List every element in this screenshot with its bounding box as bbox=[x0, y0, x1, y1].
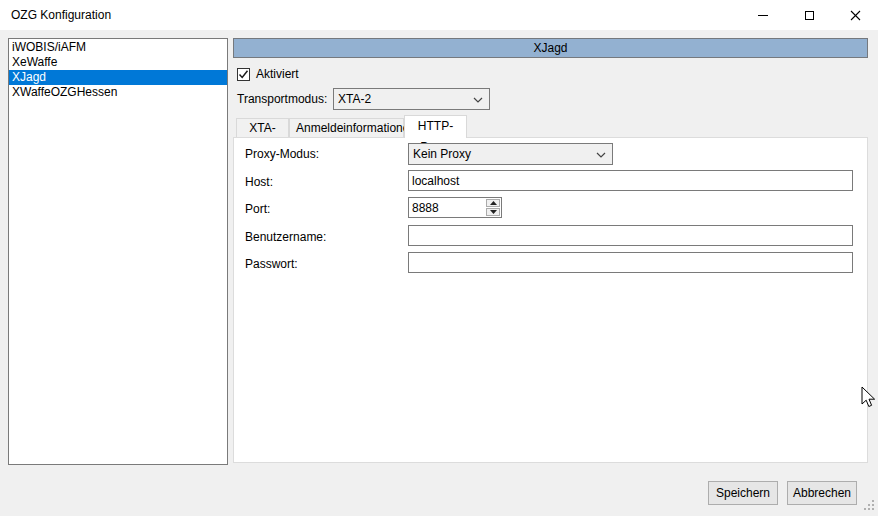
port-input[interactable] bbox=[409, 198, 485, 217]
host-input[interactable] bbox=[408, 170, 853, 191]
list-item-xwaffeozghessen[interactable]: XWaffeOZGHessen bbox=[9, 85, 227, 100]
aktiviert-row: Aktiviert bbox=[237, 67, 299, 81]
proxy-modus-label: Proxy-Modus: bbox=[245, 147, 319, 161]
passwort-input[interactable] bbox=[408, 252, 853, 273]
port-label: Port: bbox=[245, 202, 270, 216]
aktiviert-label: Aktiviert bbox=[256, 67, 299, 81]
title-bar: OZG Konfiguration bbox=[0, 0, 878, 30]
tab-xta-ws[interactable]: XTA-WS bbox=[236, 118, 289, 138]
resize-grip[interactable] bbox=[862, 498, 876, 512]
window-title: OZG Konfiguration bbox=[11, 0, 111, 30]
minimize-button[interactable] bbox=[740, 0, 786, 30]
spin-down-button[interactable] bbox=[486, 208, 500, 216]
close-icon bbox=[850, 10, 861, 21]
aktiviert-checkbox[interactable] bbox=[237, 68, 250, 81]
check-icon bbox=[238, 69, 249, 80]
ozg-konfiguration-window: { "window": { "title": "OZG Konfiguratio… bbox=[0, 0, 878, 516]
passwort-label: Passwort: bbox=[245, 257, 298, 271]
chevron-down-icon bbox=[473, 97, 483, 103]
benutzername-input[interactable] bbox=[408, 225, 853, 246]
spin-up-button[interactable] bbox=[486, 199, 500, 207]
port-spin-buttons bbox=[485, 198, 501, 217]
list-item-xewaffe[interactable]: XeWaffe bbox=[9, 55, 227, 70]
abbrechen-button[interactable]: Abbrechen bbox=[787, 481, 857, 505]
list-item-xjagd[interactable]: XJagd bbox=[9, 70, 227, 85]
proxy-modus-value: Kein Proxy bbox=[413, 147, 471, 161]
transportmodus-label: Transportmodus: bbox=[237, 92, 327, 106]
configuration-list: iWOBIS/iAFM XeWaffe XJagd XWaffeOZGHesse… bbox=[8, 38, 228, 465]
proxy-modus-combobox[interactable]: Kein Proxy bbox=[408, 143, 613, 165]
transportmodus-value: XTA-2 bbox=[338, 92, 371, 106]
tab-http-proxy[interactable]: HTTP-Proxy bbox=[404, 115, 467, 138]
benutzername-label: Benutzername: bbox=[245, 230, 326, 244]
panel-title: XJagd bbox=[233, 38, 868, 58]
port-spinner bbox=[408, 197, 502, 218]
chevron-down-icon bbox=[596, 152, 606, 158]
arrow-up-icon bbox=[490, 201, 497, 205]
maximize-button[interactable] bbox=[786, 0, 832, 30]
speichern-button[interactable]: Speichern bbox=[708, 481, 778, 505]
close-button[interactable] bbox=[832, 0, 878, 30]
host-label: Host: bbox=[245, 175, 273, 189]
minimize-icon bbox=[758, 15, 768, 16]
list-item-iwobis-iafm[interactable]: iWOBIS/iAFM bbox=[9, 40, 227, 55]
tab-anmeldeinformationen[interactable]: Anmeldeinformationen bbox=[289, 118, 404, 138]
maximize-icon bbox=[805, 11, 814, 20]
transportmodus-combobox[interactable]: XTA-2 bbox=[333, 88, 490, 110]
mouse-cursor-icon bbox=[861, 386, 878, 408]
arrow-down-icon bbox=[490, 210, 497, 214]
